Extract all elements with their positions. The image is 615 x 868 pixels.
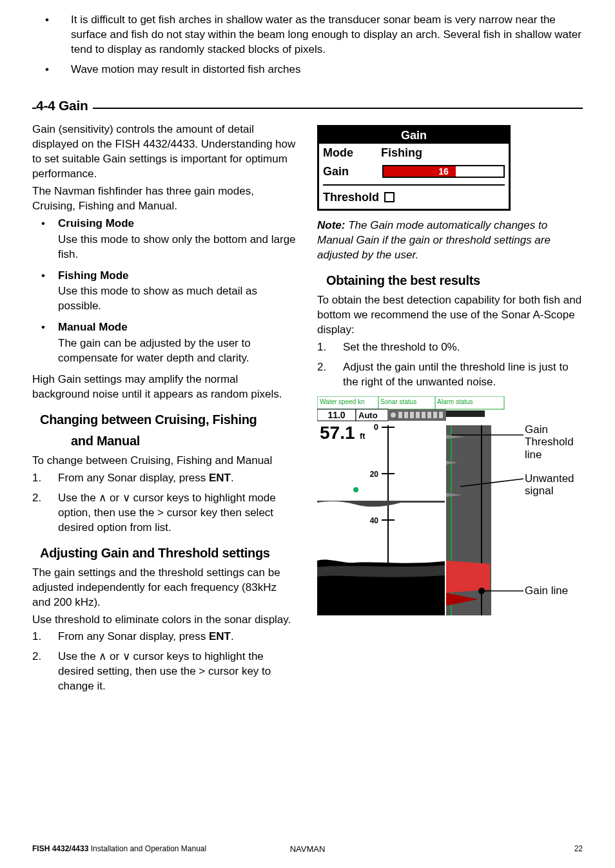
step-number: 1. — [32, 471, 41, 486]
svg-rect-13 — [404, 412, 408, 418]
mode-title: Cruising Mode — [58, 217, 134, 229]
svg-rect-18 — [433, 412, 437, 418]
label-gain-threshold: Gain Threshold line — [525, 423, 574, 461]
section-title: 4-4 Gain — [36, 97, 93, 115]
mode-title: Manual Mode — [58, 321, 128, 333]
obtaining-steps: 1. Set the threshold to 0%. 2. Adjust th… — [317, 340, 583, 390]
obtaining-intro: To obtain the best detection capability … — [317, 293, 583, 338]
gain-note: Note: The Gain mode automatically change… — [317, 218, 583, 263]
step-number: 2. — [317, 360, 326, 375]
high-gain-note: High Gain settings may amplify the norma… — [32, 372, 298, 402]
footer-center: NAVMAN — [32, 844, 583, 855]
gain-settings-panel: Gain Mode Fishing Gain 16 Threshold — [317, 125, 511, 211]
left-column: Gain (sensitivity) controls the amount o… — [32, 122, 298, 699]
gain-mode-row: Mode Fishing — [319, 144, 509, 162]
threshold-label: Threshold — [323, 189, 379, 205]
step-text-pre: From any Sonar display, press — [58, 472, 209, 484]
mode-desc: Use this mode to show only the bottom an… — [58, 233, 298, 262]
svg-rect-20 — [446, 410, 485, 417]
two-column-layout: Gain (sensitivity) controls the amount o… — [32, 122, 583, 699]
section-rule — [32, 108, 583, 109]
sonar-figure: Water speed kn Sonar status Alarm status… — [317, 396, 581, 619]
svg-text:11.0: 11.0 — [327, 410, 345, 420]
step: 2. Use the ∧ or ∨ cursor keys to highlig… — [32, 650, 298, 694]
svg-text:0: 0 — [374, 422, 378, 432]
changing-heading: Changing between Cruising, Fishing — [40, 411, 298, 429]
mode-title: Fishing Mode — [58, 269, 129, 282]
svg-text:Sonar status: Sonar status — [380, 398, 416, 405]
mode-desc: Use this mode to show as much detail as … — [58, 284, 298, 314]
intro-bullet-list: It is difficult to get fish arches in sh… — [39, 13, 583, 77]
step: 2. Use the ∧ or ∨ cursor keys to highlig… — [32, 491, 298, 535]
label-gain-line: Gain line — [525, 584, 568, 597]
changing-intro: To change between Cruising, Fishing and … — [32, 454, 298, 468]
step-text: Use the ∧ or ∨ cursor keys to highlight … — [58, 650, 271, 692]
adjusting-p1: The gain settings and the threshold sett… — [32, 566, 298, 610]
intro-bullet: It is difficult to get fish arches in sh… — [39, 13, 583, 57]
right-column: Gain Mode Fishing Gain 16 Threshold Note… — [317, 122, 583, 699]
note-bold: Note: — [317, 219, 345, 231]
gain-slider-value: 16 — [438, 166, 449, 177]
step-text-post: . — [231, 472, 234, 484]
section-header-wrap: 4-4 Gain — [32, 97, 583, 115]
mode-item: Cruising Mode Use this mode to show only… — [39, 217, 298, 262]
intro-bullet: Wave motion may result in distorted fish… — [39, 63, 583, 77]
mode-item: Manual Mode The gain can be adjusted by … — [39, 320, 298, 366]
label-unwanted-signal: Unwanted signal — [525, 472, 574, 497]
step: 2. Adjust the gain until the threshold l… — [317, 360, 583, 390]
threshold-row: Threshold — [319, 186, 509, 209]
step-text-pre: From any Sonar display, press — [58, 630, 209, 642]
threshold-checkbox — [384, 192, 395, 202]
gain-value-row: Gain 16 — [319, 162, 509, 180]
svg-rect-16 — [422, 412, 425, 418]
svg-text:57.1: 57.1 — [320, 423, 355, 443]
page-footer: FISH 4432/4433 Installation and Operatio… — [32, 844, 583, 854]
svg-text:Water speed kn: Water speed kn — [320, 398, 365, 405]
step-text-post: . — [231, 630, 234, 642]
svg-rect-17 — [427, 412, 431, 418]
gain-intro-2: The Navman fishfinder has three gain mod… — [32, 184, 298, 214]
step-number: 2. — [32, 491, 41, 506]
step: 1. Set the threshold to 0%. — [317, 340, 583, 355]
step-text: Use the ∧ or ∨ cursor keys to highlight … — [58, 492, 276, 534]
svg-point-43 — [353, 487, 358, 492]
svg-marker-41 — [446, 561, 490, 593]
step-number: 2. — [32, 650, 41, 664]
step-text-bold: ENT — [209, 472, 231, 484]
mode-desc: The gain can be adjusted by the user to … — [58, 336, 298, 366]
gain-slider: 16 — [382, 165, 505, 178]
svg-rect-15 — [416, 412, 420, 418]
adjusting-steps: 1. From any Sonar display, press ENT. 2.… — [32, 630, 298, 694]
svg-rect-12 — [398, 412, 402, 418]
mode-value: Fishing — [381, 145, 422, 160]
adjusting-p2: Use threshold to eliminate colors in the… — [32, 613, 298, 628]
step-number: 1. — [317, 340, 326, 355]
svg-rect-14 — [410, 412, 414, 418]
mode-label: Mode — [323, 145, 381, 160]
step-text-bold: ENT — [209, 630, 231, 642]
changing-steps: 1. From any Sonar display, press ENT. 2.… — [32, 471, 298, 535]
changing-heading-line2: and Manual — [71, 432, 298, 450]
step-number: 1. — [32, 630, 41, 644]
step-text: Set the threshold to 0%. — [343, 341, 460, 353]
note-text: The Gain mode automatically changes to M… — [317, 219, 551, 261]
svg-text:Alarm status: Alarm status — [437, 398, 473, 405]
svg-text:Auto: Auto — [358, 410, 378, 420]
gain-label: Gain — [323, 164, 381, 179]
svg-text:ft: ft — [360, 431, 366, 441]
step-text: Adjust the gain until the threshold line… — [343, 361, 569, 388]
svg-rect-19 — [439, 412, 443, 418]
step: 1. From any Sonar display, press ENT. — [32, 630, 298, 644]
svg-point-11 — [391, 412, 396, 418]
obtaining-heading: Obtaining the best results — [326, 272, 583, 289]
mode-item: Fishing Mode Use this mode to show as mu… — [39, 269, 298, 314]
svg-text:40: 40 — [370, 516, 379, 525]
svg-text:20: 20 — [370, 470, 379, 479]
gain-mode-list: Cruising Mode Use this mode to show only… — [39, 217, 298, 366]
adjusting-heading: Adjusting Gain and Threshold settings — [40, 545, 298, 562]
gain-intro-1: Gain (sensitivity) controls the amount o… — [32, 122, 298, 182]
gain-panel-title: Gain — [319, 127, 509, 144]
step: 1. From any Sonar display, press ENT. — [32, 471, 298, 486]
